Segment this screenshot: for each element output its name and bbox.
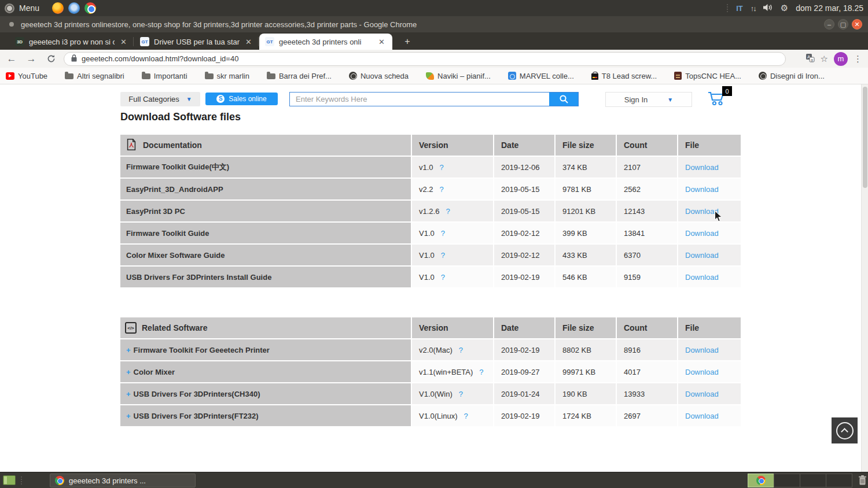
search-button[interactable]	[549, 93, 578, 106]
count-cell: 2562	[617, 179, 677, 199]
help-link[interactable]: ?	[459, 346, 463, 354]
bookmark-item[interactable]: T8 Lead screw...	[591, 72, 657, 80]
scroll-to-top-button[interactable]	[832, 417, 858, 443]
tab-close-icon[interactable]: ✕	[119, 38, 128, 46]
download-link[interactable]: Download	[685, 390, 719, 398]
workspace-2[interactable]	[774, 474, 800, 487]
chromium-launcher-icon[interactable]	[68, 2, 80, 14]
system-clock[interactable]: dom 22 mar, 18.25	[796, 3, 863, 13]
download-link[interactable]: Download	[685, 368, 719, 376]
date-cell: 2019-05-15	[494, 179, 554, 199]
expand-icon[interactable]: +	[126, 412, 131, 420]
expand-icon[interactable]: +	[126, 390, 131, 398]
bookmark-item[interactable]: Naviki – pianif...	[426, 72, 491, 80]
tab-geeetech-downloads[interactable]: GT geeetech 3d printers onli ✕	[259, 34, 392, 50]
file-name-cell: EasyPrint_3D_AndroidAPP	[120, 179, 411, 199]
distributor-logo-icon[interactable]	[5, 3, 14, 13]
table-section-header: Documentation	[120, 135, 411, 156]
help-link[interactable]: ?	[441, 229, 445, 238]
tab-driver-usb[interactable]: GT Driver USB per la tua stam ✕	[134, 34, 258, 50]
forward-icon[interactable]: →	[23, 51, 39, 66]
folder-icon	[65, 73, 73, 79]
minimize-button[interactable]: –	[824, 19, 834, 29]
help-link[interactable]: ?	[459, 390, 463, 398]
help-link[interactable]: ?	[441, 251, 445, 260]
file-name-cell[interactable]: +USB Drivers For 3DPrinters(CH340)	[120, 383, 411, 404]
help-link[interactable]: ?	[479, 368, 483, 376]
file-name-cell[interactable]: +Color Mixer	[120, 361, 411, 382]
column-header: Version	[412, 317, 493, 338]
globe-icon	[759, 72, 767, 80]
column-header: Count	[617, 135, 677, 156]
bookmark-item[interactable]: Altri segnalibri	[65, 72, 124, 80]
folder-icon	[267, 73, 275, 79]
help-link[interactable]: ?	[441, 273, 445, 282]
download-link[interactable]: Download	[685, 229, 719, 238]
profile-avatar[interactable]: m	[834, 52, 848, 66]
tray-handle	[727, 4, 729, 12]
network-icon[interactable]: ↑↓	[751, 4, 756, 13]
cart-button[interactable]: 0	[707, 90, 733, 110]
sign-in-dropdown[interactable]: Sign In ▼	[605, 92, 692, 107]
back-icon[interactable]: ←	[3, 51, 20, 66]
bookmark-item[interactable]: skr marlin	[205, 72, 249, 80]
trash-icon[interactable]	[858, 475, 867, 488]
new-tab-icon[interactable]: +	[400, 36, 414, 47]
chrome-menu-icon[interactable]: ⋮	[854, 54, 862, 64]
download-link[interactable]: Download	[685, 273, 719, 282]
system-menu-button[interactable]: Menu	[19, 3, 39, 13]
workspace-3[interactable]	[800, 474, 826, 487]
tab-close-icon[interactable]: ✕	[377, 38, 386, 46]
gear-icon[interactable]: ⚙	[781, 3, 788, 13]
sales-online-button[interactable]: S Sales online	[205, 93, 278, 105]
full-categories-dropdown[interactable]: Full Categories ▼	[120, 92, 200, 106]
show-desktop-icon[interactable]	[3, 475, 16, 485]
volume-icon[interactable]	[763, 3, 773, 13]
chrome-launcher-icon[interactable]	[84, 2, 96, 14]
firefox-launcher-icon[interactable]	[52, 2, 64, 14]
download-link[interactable]: Download	[685, 412, 719, 420]
keyboard-layout-indicator[interactable]: IT	[736, 4, 743, 13]
bookmark-item[interactable]: Nuova scheda	[349, 72, 409, 80]
bookmark-label: Nuova scheda	[361, 72, 409, 80]
tab-geeetech-i3[interactable]: 3D geeetech i3 pro w non si c ✕	[9, 34, 133, 50]
column-header: Count	[617, 317, 677, 338]
bookmark-item[interactable]: MARVEL colle...	[508, 72, 574, 80]
file-name-cell[interactable]: +Firmware Toolkit For Geeetech Printer	[120, 339, 411, 360]
translate-icon[interactable]: Aa	[806, 53, 815, 65]
close-button[interactable]: ✕	[852, 19, 862, 29]
workspace-1[interactable]	[748, 474, 774, 487]
search-input[interactable]	[290, 93, 549, 106]
help-link[interactable]: ?	[446, 207, 450, 216]
file-name-cell: EasyPrint 3D PC	[120, 201, 411, 221]
bookmark-item[interactable]: Barra dei Pref...	[267, 72, 332, 80]
download-link[interactable]: Download	[685, 185, 719, 194]
page-scrollbar[interactable]	[861, 84, 868, 472]
version-text: V1.0	[419, 251, 435, 260]
download-link[interactable]: Download	[685, 251, 719, 260]
bookmark-item[interactable]: YouTube	[6, 72, 47, 80]
maximize-button[interactable]: ▢	[838, 19, 848, 29]
taskbar-window-button[interactable]: geeetech 3d printers ...	[50, 474, 196, 487]
file-name-cell[interactable]: +USB Drivers For 3DPrinters(FT232)	[120, 405, 411, 426]
download-link[interactable]: Download	[685, 163, 719, 172]
help-link[interactable]: ?	[440, 185, 444, 194]
scrollbar-thumb[interactable]	[863, 87, 867, 188]
help-link[interactable]: ?	[440, 163, 444, 172]
bookmark-item[interactable]: TopsCNC HEA...	[674, 72, 741, 80]
search-box	[289, 92, 579, 106]
expand-icon[interactable]: +	[126, 368, 131, 376]
workspace-4[interactable]	[826, 474, 852, 487]
bookmark-item[interactable]: Importanti	[142, 72, 187, 80]
bookmark-item[interactable]: Disegni di Iron...	[759, 72, 825, 80]
bookmark-label: Barra dei Pref...	[279, 72, 332, 80]
address-bar[interactable]: geeetech.com/download.html?download_id=4…	[64, 52, 786, 66]
lock-icon[interactable]	[71, 54, 77, 64]
expand-icon[interactable]: +	[126, 346, 131, 354]
download-link[interactable]: Download	[685, 346, 719, 354]
bookmark-star-icon[interactable]: ☆	[821, 54, 828, 64]
tab-close-icon[interactable]: ✕	[244, 38, 253, 46]
help-link[interactable]: ?	[464, 412, 468, 420]
chevron-down-icon: ▼	[186, 96, 192, 102]
reload-icon[interactable]	[43, 51, 59, 66]
